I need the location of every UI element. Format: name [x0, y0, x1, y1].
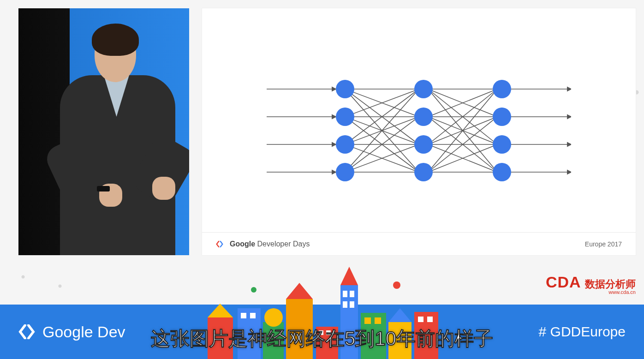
gdd-logo-icon: [18, 324, 35, 339]
svg-point-50: [493, 135, 511, 154]
video-subtitle: 这张图片是神经网络在5到10年前的样子: [151, 326, 493, 352]
slide-footer-right: Europe 2017: [585, 240, 622, 248]
svg-point-49: [493, 108, 511, 126]
lower-third-left: Google Dev: [18, 323, 125, 341]
svg-point-42: [336, 135, 354, 154]
svg-point-44: [414, 80, 433, 98]
presentation-slide: Google Developer Days Europe 2017: [202, 8, 636, 255]
svg-point-47: [414, 163, 433, 181]
neural-network-diagram: [267, 75, 571, 186]
speaker-video: [18, 8, 189, 255]
svg-point-43: [336, 163, 354, 181]
cda-watermark: CDA 数据分析师 www.cda.cn: [546, 273, 636, 295]
lower-third-brand: Google Dev: [42, 323, 125, 341]
svg-point-40: [336, 80, 354, 98]
svg-point-48: [493, 80, 511, 98]
cda-logo-text: CDA: [546, 273, 581, 291]
svg-point-51: [493, 163, 511, 181]
slide-footer-brand-bold: Google: [230, 240, 255, 248]
svg-point-45: [414, 108, 433, 126]
svg-point-46: [414, 135, 433, 154]
slide-footer-brand: Google Developer Days: [230, 240, 310, 248]
slide-footer: Google Developer Days Europe 2017: [202, 232, 636, 255]
slide-footer-brand-rest: Developer Days: [255, 240, 310, 248]
gdd-logo-icon: [216, 241, 223, 247]
lower-third-hashtag: # GDDEurope: [539, 324, 626, 340]
svg-point-41: [336, 108, 354, 126]
